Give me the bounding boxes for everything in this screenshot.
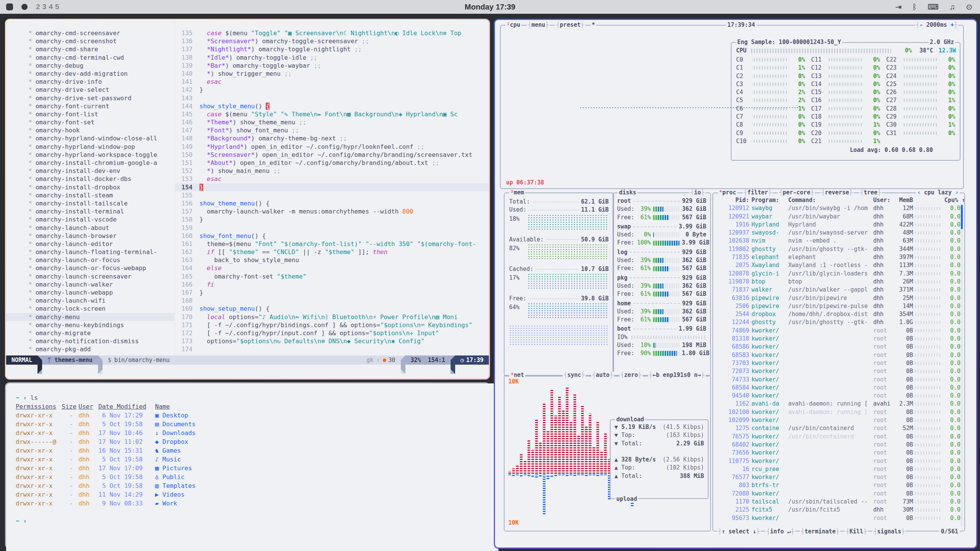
workspace-active-icon[interactable] — [21, 4, 28, 10]
code-line[interactable]: 152 *) show_main_menu ;; — [175, 167, 489, 175]
proc-footer-item[interactable]: ┤signals├ — [872, 528, 906, 535]
file-item[interactable]: *omarchy-install-dev-env — [6, 167, 175, 175]
process-row[interactable]: 94540kworker/root0B0.0 — [713, 392, 964, 400]
process-row[interactable]: 2125fcitx5/usr/bin/fcitx5dhh30M0.0 — [713, 506, 964, 514]
code-line[interactable]: 160show_font_menu() { — [175, 232, 489, 240]
file-item[interactable]: *omarchy-launch-webapp — [6, 289, 175, 297]
file-item[interactable]: *omarchy-hyprland-window-pop — [6, 143, 175, 151]
code-line[interactable]: 137 *Nightlight*) omarchy-toggle-nightli… — [175, 45, 489, 53]
code-line[interactable]: 142} — [175, 86, 489, 94]
file-item[interactable]: *omarchy-migrate — [6, 329, 175, 337]
proc-tab-tree[interactable]: ┤tree├ — [859, 189, 882, 196]
code-line[interactable]: 149 *Hyprland*) open_in_editor ~/.config… — [175, 143, 489, 151]
process-row[interactable]: 72073kworker/root0B0.0 — [713, 367, 964, 375]
code-line[interactable]: 150 *Screensaver*) open_in_editor ~/.con… — [175, 151, 489, 159]
code-line[interactable]: 136 *Screensaver*) omarchy-toggle-screen… — [175, 37, 489, 45]
proc-tab-filter[interactable]: ┤filter├ — [743, 189, 773, 196]
file-item[interactable]: *omarchy-drive-select — [6, 86, 175, 94]
workspace-5[interactable]: 5 — [55, 3, 59, 11]
file-item[interactable]: *omarchy-install-vscode — [6, 215, 175, 223]
code-line[interactable]: 151 *About*) open_in_editor ~/.config/om… — [175, 159, 489, 167]
file-item[interactable]: *omarchy-launch-or-focus — [6, 256, 175, 264]
code-line[interactable]: 173 options="$options\n↻ Defaults\n⊕ DNS… — [175, 337, 489, 345]
code-line[interactable]: 144show_style_menu() { — [175, 102, 489, 110]
process-row[interactable]: 2544dropbox/home/dhh/.dropbox-distdhh354… — [713, 310, 964, 318]
workspace-4[interactable]: 4 — [49, 3, 53, 11]
file-item[interactable]: *omarchy-drive-info — [6, 78, 175, 86]
process-header[interactable]: Pid:Program:Command:User:MemBCpu% ↑ — [713, 196, 964, 204]
file-item[interactable]: *omarchy-debug — [6, 62, 175, 70]
code-line[interactable]: 148 *Background*) omarchy-theme-bg-next … — [175, 134, 489, 142]
code-line[interactable]: 170 local options="♪ Audio\n≈ Wifi\nᛒ Bl… — [175, 313, 489, 321]
file-item[interactable]: *omarchy-launch-about — [6, 224, 175, 232]
process-row[interactable]: 74869kworker/root0B0.0 — [713, 327, 964, 335]
process-row[interactable]: 76577kworker/root0B0.0 — [713, 473, 964, 481]
file-item[interactable]: *omarchy-notification-dismiss — [6, 337, 175, 345]
file-item[interactable]: *omarchy-launch-walker — [6, 280, 175, 289]
file-item[interactable]: *omarchy-launch-browser — [6, 232, 175, 240]
file-item[interactable]: *omarchy-menu-keybindings — [6, 321, 175, 329]
file-item[interactable]: *omarchy-cmd-share — [6, 45, 175, 53]
disks-io-toggle[interactable]: ┤io├ — [689, 189, 706, 196]
process-row[interactable]: 120912swaybg/usr/bin/swaybg -i /homdhh12… — [713, 204, 964, 212]
process-row[interactable]: 71837walker/usr/bin/walker --gappldhh371… — [713, 286, 964, 294]
workspace-1-icon[interactable] — [6, 3, 13, 10]
code-line[interactable]: 135 case $(menu "Toggle" "▣ Screensaver\… — [175, 29, 489, 37]
file-item[interactable]: *omarchy-launch-screensaver — [6, 272, 175, 280]
net-option-zero[interactable]: ┤zero├ — [619, 372, 642, 378]
code-line[interactable]: 154} — [175, 183, 489, 191]
process-row[interactable]: 120878glycin-i/usr/lib/glycin-loadersdhh… — [713, 270, 964, 278]
process-row[interactable]: 68402kworker/root0B0.0 — [713, 441, 964, 449]
code-line[interactable]: 155 — [175, 191, 489, 199]
file-item[interactable]: *omarchy-dev-add-migration — [6, 70, 175, 78]
process-row[interactable]: 95673kworker/root0B0.0 — [713, 514, 964, 522]
process-row[interactable]: 63816pipewire/usr/bin/pipewiredhh25M0.0 — [713, 294, 964, 302]
bluetooth-icon[interactable]: ᛒ — [912, 3, 917, 11]
btop-preset-button[interactable]: ┤preset├ — [555, 21, 585, 28]
code-line[interactable]: 161 theme=$(menu "Font" "$(omarchy-font-… — [175, 240, 489, 248]
process-row[interactable]: 73703kworker/root0B0.0 — [713, 359, 964, 367]
file-item[interactable]: *omarchy-font-set — [6, 118, 175, 126]
file-item[interactable]: *omarchy-launch-wifi — [6, 297, 175, 305]
interval-decrease-button[interactable]: - — [920, 21, 923, 28]
process-row[interactable]: 81310kworker/root0B0.0 — [713, 335, 964, 343]
code-line[interactable]: 165 omarchy-font-set "$theme" — [175, 272, 489, 280]
code-pane[interactable]: 135 case $(menu "Toggle" "▣ Screensaver\… — [175, 20, 489, 365]
file-item[interactable]: *omarchy-launch-editor — [6, 240, 175, 248]
code-line[interactable]: 143 — [175, 94, 489, 102]
file-item[interactable]: *omarchy-install-terminal — [6, 207, 175, 215]
code-line[interactable]: 164 else — [175, 264, 489, 272]
file-item[interactable]: *omarchy-hyprland-window-close-all — [6, 134, 175, 142]
code-line[interactable]: 140 *) show_trigger_menu ;; — [175, 70, 489, 78]
process-row[interactable]: 119802ghostty/usr/bin/ghostty --gtk-dhh3… — [713, 245, 964, 253]
file-item[interactable]: *omarchy-pkg-add — [6, 345, 175, 353]
proc-tab-per-core[interactable]: ┤per-core├ — [778, 189, 815, 196]
code-line[interactable]: 158} — [175, 215, 489, 223]
process-row[interactable]: 102099kworker/root0B0.0 — [713, 416, 964, 424]
code-line[interactable]: 171 [ -f ~/.config/hypr/bindings.conf ] … — [175, 321, 489, 329]
file-item[interactable]: *omarchy-install-docker-dbs — [6, 175, 175, 183]
process-row[interactable]: 119078btopbtopdhh26M0.0 — [713, 278, 964, 286]
code-line[interactable]: 156show_theme_menu() { — [175, 199, 489, 207]
file-item[interactable]: *omarchy-hook — [6, 126, 175, 134]
process-scrollbar[interactable] — [961, 205, 963, 527]
code-line[interactable]: 138 *Idle*) omarchy-toggle-idle ;; — [175, 54, 489, 62]
process-row[interactable]: 16rcu_preeroot0B0.0 — [713, 465, 964, 473]
proc-tab-reverse[interactable]: ┤reverse├ — [820, 189, 854, 196]
file-item[interactable]: *omarchy-install-steam — [6, 191, 175, 199]
process-row[interactable]: 102638nvimnvim --embed .dhh63M0.0 — [713, 237, 964, 245]
workspace-3[interactable]: 3 — [42, 3, 47, 11]
process-row[interactable]: 1275containe/usr/bin/containerdroot52M0.… — [713, 424, 964, 432]
file-item[interactable]: *omarchy-font-current — [6, 102, 175, 110]
process-row[interactable]: 74733kworker/root0B0.0 — [713, 376, 964, 384]
code-line[interactable]: 147 *Font*) show_font_menu ;; — [175, 126, 489, 134]
proc-footer-item[interactable]: ┤Kill├ — [845, 528, 868, 535]
process-row[interactable]: 102100kworker/avahi-daemon: running [roo… — [713, 408, 964, 416]
volume-icon[interactable]: ♫ — [949, 3, 955, 11]
file-item[interactable]: *omarchy-install-dropbox — [6, 183, 175, 191]
terminal-output[interactable]: ~ › ls PermissionsSizeUserDate ModifiedN… — [6, 383, 498, 551]
code-line[interactable]: 141 esac — [175, 78, 489, 86]
code-line[interactable]: 168 — [175, 297, 489, 305]
code-line[interactable]: 157 omarchy-launch-walker -m menus:omarc… — [175, 207, 489, 215]
power-icon[interactable]: ⊙ — [966, 2, 972, 11]
